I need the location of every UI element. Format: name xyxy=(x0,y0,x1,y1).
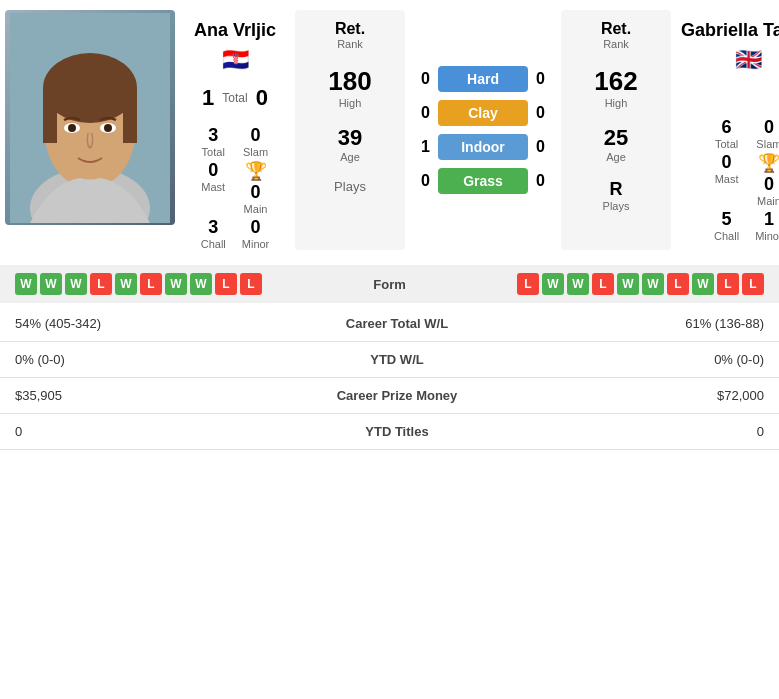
right-mast-value: 0 xyxy=(722,152,732,173)
left-slam-stat: 0 Slam xyxy=(242,125,270,158)
right-mast-stat: 0 Mast xyxy=(714,152,739,207)
right-high-label: High xyxy=(594,97,637,109)
right-rank-value: Ret. xyxy=(601,20,631,38)
left-ytd-titles: 0 xyxy=(0,414,241,450)
ytd-wl-label: YTD W/L xyxy=(241,342,554,378)
left-center-card: Ret. Rank 180 High 39 Age Plays xyxy=(295,10,405,250)
left-minor-value: 0 xyxy=(242,217,270,238)
right-mast-label: Mast xyxy=(715,173,739,185)
left-minor-stat: 0 Minor xyxy=(242,217,270,250)
hard-score-left: 0 xyxy=(410,70,430,88)
left-high-label: High xyxy=(328,97,371,109)
form-badge-w: W xyxy=(115,273,137,295)
svg-point-10 xyxy=(104,124,112,132)
form-badge-w: W xyxy=(40,273,62,295)
indoor-badge: Indoor xyxy=(438,134,528,160)
right-rank-sub: Rank xyxy=(601,38,631,50)
right-total-stat: 6 Total xyxy=(714,117,739,150)
form-badge-l: L xyxy=(717,273,739,295)
form-badge-l: L xyxy=(90,273,112,295)
right-player-section: Gabriella Taylor 🇬🇧 6 Total 0 Slam 0 Mas… xyxy=(676,10,779,250)
left-mast-label: Mast xyxy=(201,181,225,193)
left-prize: $35,905 xyxy=(0,378,241,414)
left-main-value: 0 xyxy=(251,182,261,203)
right-stats-grid: 6 Total 0 Slam 0 Mast 🏆 0 Main 5 xyxy=(714,117,779,242)
clay-badge: Clay xyxy=(438,100,528,126)
left-flag: 🇭🇷 xyxy=(222,47,249,73)
grass-badge: Grass xyxy=(438,168,528,194)
svg-point-8 xyxy=(68,124,76,132)
form-badge-w: W xyxy=(65,273,87,295)
left-chall-value: 3 xyxy=(201,217,226,238)
right-age-label: Age xyxy=(604,151,628,163)
right-minor-stat: 1 Minor xyxy=(755,209,779,242)
left-player-photo xyxy=(5,10,175,225)
form-badge-w: W xyxy=(542,273,564,295)
left-plays-group: Plays xyxy=(334,179,366,194)
right-minor-value: 1 xyxy=(755,209,779,230)
left-plays-label: Plays xyxy=(334,179,366,194)
right-high-value: 162 xyxy=(594,66,637,97)
left-age-group: 39 Age xyxy=(338,125,362,163)
form-section: WWWLWLWWLL Form LWWLWWLWLL xyxy=(0,265,779,303)
form-badge-l: L xyxy=(140,273,162,295)
left-chall-stat: 3 Chall xyxy=(201,217,226,250)
left-mast-value: 0 xyxy=(208,160,218,181)
left-trophy-main: 🏆 0 Main xyxy=(242,160,270,215)
right-total-score: 0 xyxy=(256,85,268,111)
form-badge-w: W xyxy=(617,273,639,295)
right-rank-group: Ret. Rank xyxy=(601,20,631,50)
left-face-svg xyxy=(10,13,170,223)
right-form: LWWLWWLWLL xyxy=(430,273,765,295)
form-badge-l: L xyxy=(215,273,237,295)
prize-row: $35,905 Career Prize Money $72,000 xyxy=(0,378,779,414)
right-chall-label: Chall xyxy=(714,230,739,242)
right-trophy-icon: 🏆 xyxy=(758,152,779,174)
right-slam-label: Slam xyxy=(755,138,779,150)
right-player-name: Gabriella Taylor xyxy=(681,20,779,41)
total-center-label: Total xyxy=(222,91,247,105)
left-ytd-wl: 0% (0-0) xyxy=(0,342,241,378)
right-plays-value: R xyxy=(603,179,630,200)
right-high-group: 162 High xyxy=(594,66,637,109)
left-trophy-icon: 🏆 xyxy=(245,160,267,182)
right-ytd-wl: 0% (0-0) xyxy=(553,342,779,378)
right-age-group: 25 Age xyxy=(604,125,628,163)
main-container: Ana Vrljic 🇭🇷 1 Total 0 3 Total 0 Slam xyxy=(0,0,779,450)
court-section: 0 Hard 0 0 Clay 0 1 Indoor 0 0 Grass 0 xyxy=(410,10,556,250)
form-badge-w: W xyxy=(165,273,187,295)
indoor-score-right: 0 xyxy=(536,138,556,156)
left-form: WWWLWLWWLL xyxy=(15,273,350,295)
form-badge-w: W xyxy=(692,273,714,295)
right-center-card: Ret. Rank 162 High 25 Age R Plays xyxy=(561,10,671,250)
left-player-section: Ana Vrljic 🇭🇷 1 Total 0 3 Total 0 Slam xyxy=(180,10,290,250)
prize-label: Career Prize Money xyxy=(241,378,554,414)
right-slam-value: 0 xyxy=(755,117,779,138)
svg-rect-5 xyxy=(43,88,57,143)
left-slam-value: 0 xyxy=(242,125,270,146)
left-chall-label: Chall xyxy=(201,238,226,250)
form-badge-w: W xyxy=(642,273,664,295)
left-total-value: 3 xyxy=(201,125,226,146)
stats-table: 54% (405-342) Career Total W/L 61% (136-… xyxy=(0,306,779,450)
match-header: Ana Vrljic 🇭🇷 1 Total 0 3 Total 0 Slam xyxy=(0,0,779,260)
form-badge-w: W xyxy=(567,273,589,295)
left-main-label: Main xyxy=(244,203,268,215)
left-total-label: Total xyxy=(201,146,226,158)
form-badge-l: L xyxy=(742,273,764,295)
right-ytd-titles: 0 xyxy=(553,414,779,450)
hard-badge: Hard xyxy=(438,66,528,92)
left-high-group: 180 High xyxy=(328,66,371,109)
form-label: Form xyxy=(350,277,430,292)
right-career-wl: 61% (136-88) xyxy=(553,306,779,342)
ytd-wl-row: 0% (0-0) YTD W/L 0% (0-0) xyxy=(0,342,779,378)
right-age-value: 25 xyxy=(604,125,628,151)
form-badge-l: L xyxy=(592,273,614,295)
left-age-label: Age xyxy=(338,151,362,163)
ytd-titles-row: 0 YTD Titles 0 xyxy=(0,414,779,450)
left-stats-grid: 3 Total 0 Slam 0 Mast 🏆 0 Main 3 xyxy=(201,125,270,250)
form-badge-l: L xyxy=(517,273,539,295)
left-age-value: 39 xyxy=(338,125,362,151)
form-badge-l: L xyxy=(240,273,262,295)
right-trophy-main: 🏆 0 Main xyxy=(755,152,779,207)
